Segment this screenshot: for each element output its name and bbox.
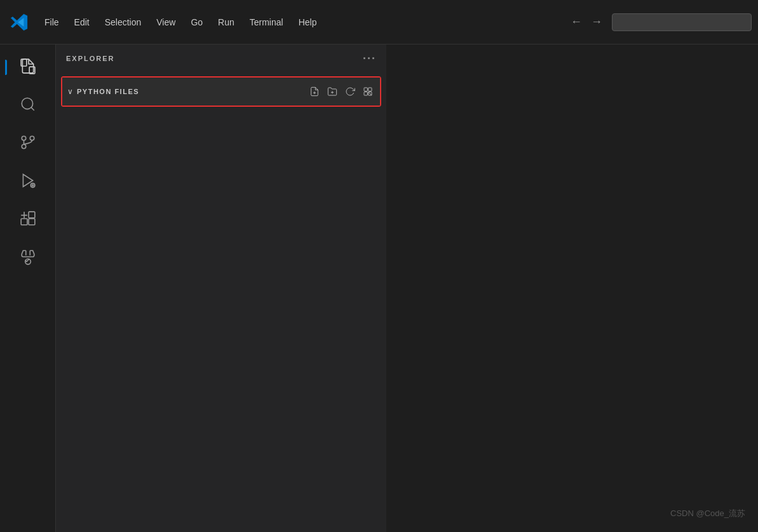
svg-point-4 <box>22 144 26 149</box>
section-header[interactable]: ∨ PYTHON FILES <box>62 78 380 106</box>
svg-rect-12 <box>21 219 27 225</box>
svg-line-3 <box>31 107 34 111</box>
activity-run-debug[interactable] <box>10 164 46 200</box>
collapse-all-button[interactable] <box>361 85 375 99</box>
section-title: PYTHON FILES <box>77 88 308 95</box>
svg-point-5 <box>30 136 34 140</box>
svg-point-6 <box>22 136 26 140</box>
vscode-logo <box>6 0 32 44</box>
chevron-down-icon: ∨ <box>67 87 73 96</box>
editor-area <box>386 44 758 532</box>
files-icon <box>20 58 36 77</box>
extensions-icon <box>20 210 36 229</box>
watermark-text: CSDN @Code_流苏 <box>670 508 745 518</box>
titlebar: File Edit Selection View Go Run Terminal… <box>0 0 758 44</box>
testing-icon <box>20 249 36 268</box>
svg-rect-13 <box>29 212 35 218</box>
menu-help[interactable]: Help <box>292 15 323 30</box>
svg-rect-0 <box>21 59 27 66</box>
sidebar-title: EXPLORER <box>66 55 115 62</box>
activity-source-control[interactable] <box>10 126 46 161</box>
svg-marker-8 <box>23 174 32 187</box>
svg-rect-22 <box>364 92 367 95</box>
section-actions <box>308 85 375 99</box>
svg-rect-20 <box>364 88 367 91</box>
activity-testing[interactable] <box>10 240 46 276</box>
menu-go[interactable]: Go <box>184 15 209 30</box>
menu-terminal[interactable]: Terminal <box>243 15 290 30</box>
titlebar-nav: ← → <box>567 13 606 31</box>
run-debug-icon <box>20 172 36 191</box>
svg-point-2 <box>22 98 32 109</box>
refresh-button[interactable] <box>343 85 357 99</box>
titlebar-search[interactable] <box>612 13 752 31</box>
source-control-icon <box>20 134 36 153</box>
activity-search[interactable] <box>10 88 46 123</box>
new-folder-button[interactable] <box>325 85 339 99</box>
menu-file[interactable]: File <box>38 15 65 30</box>
activity-extensions[interactable] <box>10 202 46 238</box>
sidebar-more-button[interactable]: ··· <box>363 52 376 65</box>
menu-selection[interactable]: Selection <box>98 15 148 30</box>
watermark: CSDN @Code_流苏 <box>670 508 745 519</box>
main-layout: EXPLORER ··· ∨ PYTHON FILES <box>0 44 758 532</box>
menu-edit[interactable]: Edit <box>68 15 96 30</box>
menu-run[interactable]: Run <box>212 15 241 30</box>
menu-view[interactable]: View <box>150 15 182 30</box>
search-icon <box>20 96 36 115</box>
nav-back-button[interactable]: ← <box>567 13 585 31</box>
new-file-button[interactable] <box>308 85 321 99</box>
sidebar-header: EXPLORER ··· <box>56 44 386 72</box>
activity-bar <box>0 44 56 532</box>
menu-bar: File Edit Selection View Go Run Terminal… <box>38 15 567 30</box>
svg-line-24 <box>369 92 372 95</box>
activity-explorer[interactable] <box>10 50 46 85</box>
svg-rect-21 <box>369 88 372 91</box>
nav-forward-button[interactable]: → <box>588 13 606 31</box>
explorer-section: ∨ PYTHON FILES <box>61 76 381 107</box>
sidebar: EXPLORER ··· ∨ PYTHON FILES <box>56 44 386 532</box>
svg-rect-14 <box>29 219 35 225</box>
